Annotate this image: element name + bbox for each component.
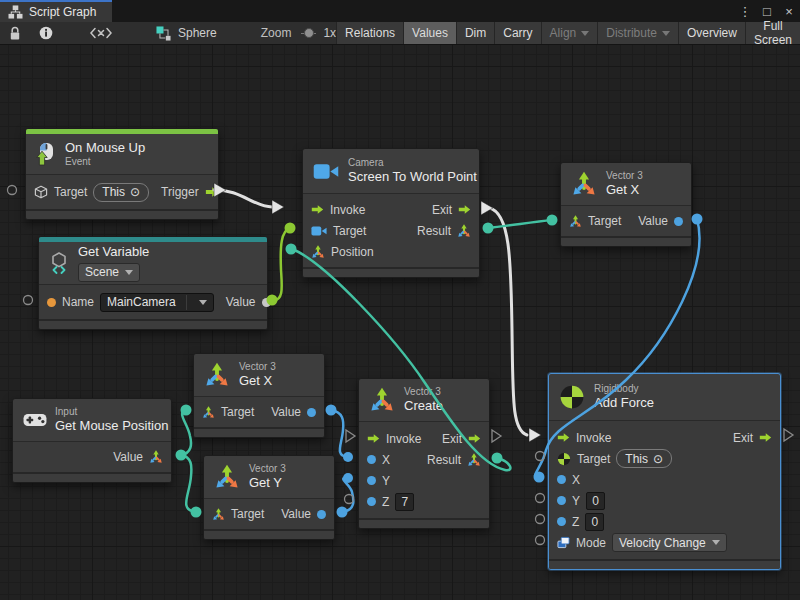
vector3-port-icon[interactable] — [311, 245, 325, 259]
node-title: Get X — [239, 373, 276, 389]
port-label-target: Target — [54, 185, 87, 199]
value-output-port[interactable] — [307, 408, 316, 417]
z-value-field[interactable]: 0 — [585, 513, 604, 531]
x-input-port[interactable] — [557, 475, 566, 484]
variable-scope-dropdown[interactable]: Scene — [78, 263, 140, 282]
node-category: Vector 3 — [239, 361, 276, 374]
node-footer — [359, 518, 489, 528]
node-get-x[interactable]: Vector 3 Get X Target Value — [193, 353, 325, 438]
z-input-port[interactable] — [367, 497, 376, 506]
z-value-field[interactable]: 7 — [395, 493, 414, 511]
value-output-port[interactable] — [674, 217, 683, 226]
values-button[interactable]: Values — [403, 22, 456, 44]
node-category: Camera — [348, 157, 477, 170]
vector3-port-icon[interactable] — [569, 215, 582, 228]
exec-output-port[interactable] — [468, 432, 481, 445]
object-picker-icon: ⊙ — [653, 452, 663, 466]
dim-button[interactable]: Dim — [456, 22, 494, 44]
node-footer — [561, 236, 691, 246]
value-output-port[interactable] — [317, 510, 326, 519]
window-menu-button[interactable]: ⋮ — [734, 0, 756, 22]
name-input-port[interactable] — [47, 298, 56, 307]
vector3-port-icon[interactable] — [212, 508, 225, 521]
port-label-value: Value — [271, 405, 301, 419]
port-label-trigger: Trigger — [161, 185, 199, 199]
tab-title: Script Graph — [29, 5, 96, 19]
force-mode-dropdown[interactable]: Velocity Change — [612, 533, 727, 552]
info-icon — [39, 26, 53, 40]
vector3-icon — [214, 464, 240, 490]
exec-output-port[interactable] — [759, 431, 772, 444]
rigidbody-icon — [559, 384, 585, 410]
enum-port-icon[interactable] — [557, 536, 570, 549]
port-label-target: Target — [221, 405, 254, 419]
tab-script-graph[interactable]: Script Graph — [0, 0, 112, 22]
vector3-icon — [571, 171, 597, 197]
mouse-up-icon — [36, 142, 56, 166]
z-input-port[interactable] — [557, 517, 566, 526]
breadcrumb-label: Sphere — [178, 26, 217, 40]
code-preview-button[interactable] — [80, 22, 122, 44]
node-create-vector3[interactable]: Vector 3 Create Invoke Exit X Result — [358, 378, 490, 529]
zoom-slider[interactable] — [301, 22, 316, 44]
node-add-force[interactable]: Rigidbody Add Force Invoke Exit Target T… — [548, 373, 781, 570]
node-title: Get Mouse Position — [55, 418, 168, 434]
node-get-x-top[interactable]: Vector 3 Get X Target Value — [560, 162, 692, 247]
port-label-name: Name — [62, 295, 94, 309]
vector3-port-icon[interactable] — [467, 453, 481, 467]
port-label-x: X — [572, 473, 580, 487]
y-input-port[interactable] — [367, 476, 376, 485]
exec-input-port[interactable] — [557, 431, 570, 444]
exec-input-port[interactable] — [311, 203, 324, 216]
node-get-y[interactable]: Vector 3 Get Y Target Value — [203, 455, 335, 540]
carry-button[interactable]: Carry — [494, 22, 540, 44]
node-on-mouse-up[interactable]: On Mouse Up Event Target This ⊙ Trigger — [25, 128, 219, 220]
node-get-mouse-position[interactable]: Input Get Mouse Position Value — [12, 398, 172, 483]
chevron-down-icon — [662, 31, 670, 36]
relations-button[interactable]: Relations — [336, 22, 403, 44]
node-footer — [13, 472, 171, 482]
camera-port-icon[interactable] — [311, 225, 327, 237]
node-get-variable[interactable]: Get Variable Scene Name MainCamera Value — [38, 236, 268, 330]
gameobject-icon — [34, 185, 48, 199]
inspect-button[interactable] — [30, 22, 62, 44]
port-label-exit: Exit — [442, 432, 462, 446]
port-label-exit: Exit — [733, 431, 753, 445]
target-self-button[interactable]: This ⊙ — [93, 183, 149, 202]
node-footer — [39, 319, 267, 329]
port-label-target: Target — [231, 507, 264, 521]
distribute-button[interactable]: Distribute — [597, 22, 678, 44]
target-self-button[interactable]: This ⊙ — [616, 449, 672, 468]
value-output-port[interactable] — [262, 298, 271, 307]
node-title: On Mouse Up — [65, 140, 145, 156]
port-label-target: Target — [588, 214, 621, 228]
vector3-port-icon[interactable] — [149, 450, 163, 464]
vector3-port-icon[interactable] — [457, 224, 471, 238]
object-picker-icon: ⊙ — [130, 185, 140, 199]
breadcrumb[interactable]: Sphere — [156, 22, 217, 44]
y-value-field[interactable]: 0 — [586, 492, 605, 510]
overview-button[interactable]: Overview — [678, 22, 745, 44]
node-category: Vector 3 — [249, 463, 286, 476]
node-screen-to-world-point[interactable]: Camera Screen To World Point Invoke Exit… — [302, 148, 480, 278]
rigidbody-port-icon[interactable] — [557, 452, 571, 466]
exec-output-port[interactable] — [205, 185, 219, 199]
port-label-y: Y — [572, 494, 580, 508]
variable-name-dropdown[interactable]: MainCamera — [100, 293, 214, 312]
node-footer — [303, 267, 479, 277]
y-input-port[interactable] — [557, 496, 566, 505]
exec-input-port[interactable] — [367, 432, 380, 445]
vector3-port-icon[interactable] — [202, 406, 215, 419]
zoom-slider-knob[interactable] — [304, 28, 314, 38]
node-category: Vector 3 — [404, 386, 443, 399]
fullscreen-button[interactable]: Full Screen — [745, 22, 800, 44]
graph-toolbar: Sphere Zoom 1x Relations Values Dim Carr… — [0, 22, 800, 45]
zoom-value: 1x — [323, 22, 336, 44]
port-label-target: Target — [577, 452, 610, 466]
x-input-port[interactable] — [367, 455, 376, 464]
node-title: Get X — [606, 182, 643, 198]
port-label-result: Result — [427, 453, 461, 467]
lock-button[interactable] — [0, 22, 30, 44]
exec-output-port[interactable] — [458, 203, 471, 216]
align-button[interactable]: Align — [541, 22, 598, 44]
